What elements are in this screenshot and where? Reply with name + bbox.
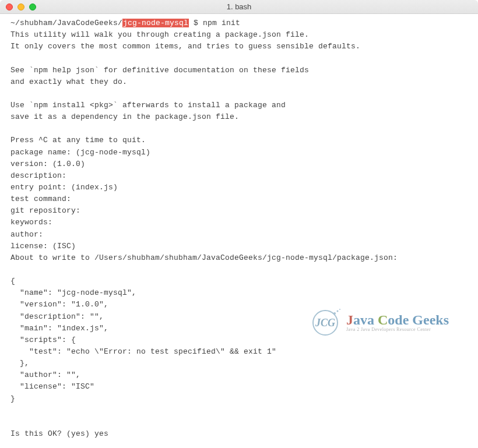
watermark-logo: JCG Java Code Geeks Java 2 Java Develope… [312,308,449,337]
minimize-icon[interactable] [17,3,24,10]
terminal-line: save it as a dependency in the package.j… [10,112,239,121]
prompt-path: ~/shubham/JavaCodeGeeks/ [10,19,122,27]
terminal-line: package name: (jcg-node-mysql) [10,148,150,157]
terminal-line: "main": "index.js", [10,324,108,333]
terminal-line: Press ^C at any time to quit. [10,136,146,144]
terminal-line: author: [10,230,43,239]
terminal-line: Is this OK? (yes) yes [10,429,108,438]
terminal-line: version: (1.0.0) [10,160,85,168]
prompt-dollar: $ [189,19,203,27]
terminal-line: git repository: [10,206,80,215]
terminal-line: entry point: (index.js) [10,183,118,192]
terminal-line: test command: [10,195,71,203]
terminal-line: "name": "jcg-node-mysql", [10,288,136,297]
terminal-line: license: (ISC) [10,242,76,251]
watermark-badge-text: JCG [312,310,338,336]
terminal-line: "license": "ISC" [10,382,94,391]
terminal-line: "scripts": { [10,336,76,344]
watermark-main-text: Java Code Geeks [346,312,449,328]
terminal-line: About to write to /Users/shubham/shubham… [10,253,398,262]
terminal-line: See `npm help json` for definitive docum… [10,66,309,75]
terminal-line: { [10,277,15,285]
terminal-line: "description": "", [10,312,104,321]
terminal-line: It only covers the most common items, an… [10,42,360,51]
watermark-circle-icon: JCG [312,308,342,337]
prompt-command: npm init [203,19,240,27]
terminal-line: keywords: [10,218,52,227]
terminal-line: } [10,394,15,403]
window-titlebar: 1. bash [0,0,478,14]
terminal-line: "version": "1.0.0", [10,300,108,309]
traffic-lights [6,3,36,10]
window-title: 1. bash [227,2,252,11]
terminal-line: "test": "echo \"Error: no test specified… [10,347,276,356]
terminal-line: "author": "", [10,371,80,379]
prompt-highlighted-dir: jcg-node-mysql [122,19,189,27]
terminal-content[interactable]: ~/shubham/JavaCodeGeeks/jcg-node-mysql $… [0,14,478,443]
terminal-line: }, [10,359,29,368]
maximize-icon[interactable] [29,3,36,10]
watermark-text: Java Code Geeks Java 2 Java Developers R… [346,312,449,332]
terminal-line: Use `npm install <pkg>` afterwards to in… [10,101,286,110]
close-icon[interactable] [6,3,13,10]
terminal-line: and exactly what they do. [10,77,127,86]
terminal-line: description: [10,171,66,180]
terminal-line: This utility will walk you through creat… [10,30,309,39]
